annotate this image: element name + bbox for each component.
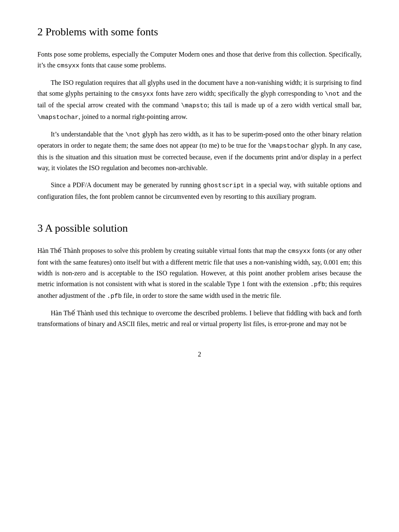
section-3-heading: 3 A possible solution	[37, 221, 362, 235]
section-2-para-2: The ISO regulation requires that all gly…	[37, 77, 362, 123]
section-3-heading-text: 3 A possible solution	[37, 222, 128, 234]
section-3-para-2: Hàn Thế Thành used this technique to ove…	[37, 308, 362, 330]
section-2-para-4: Since a PDF/A document may be generated …	[37, 180, 362, 202]
not-code-1: \not	[325, 91, 340, 98]
section-2-para-1: Fonts pose some problems, especially the…	[37, 49, 362, 72]
cmsyxx-code-2: cmsyxx	[131, 91, 154, 98]
section-3-content: Hàn Thế Thành proposes to solve this pro…	[37, 245, 362, 330]
section-2-heading: 2 Problems with some fonts	[37, 25, 362, 39]
mapstochar-code-1: \mapstochar	[37, 114, 79, 121]
pfb-code-1: .pfb	[310, 281, 325, 288]
document-page: 2 Problems with some fonts Fonts pose so…	[0, 0, 399, 532]
section-2-para-3: It’s understandable that the \not glyph …	[37, 129, 362, 174]
page-number: 2	[37, 351, 362, 358]
cmsyxx-code-3: cmsyxx	[288, 248, 310, 255]
ghostscript-code: ghostscript	[203, 182, 244, 189]
cmsyxx-code-1: cmsyxx	[57, 62, 79, 69]
section-2-heading-text: 2 Problems with some fonts	[37, 26, 158, 38]
page-number-text: 2	[198, 351, 201, 358]
section-2-content: Fonts pose some problems, especially the…	[37, 49, 362, 202]
pfb-code-2: .pfb	[107, 293, 122, 300]
not-code-2: \not	[126, 131, 140, 139]
mapsto-code-1: \mapsto	[181, 102, 207, 109]
mapstochar-code-2: \mapstochar	[268, 143, 309, 150]
section-3-para-1: Hàn Thế Thành proposes to solve this pro…	[37, 245, 362, 302]
